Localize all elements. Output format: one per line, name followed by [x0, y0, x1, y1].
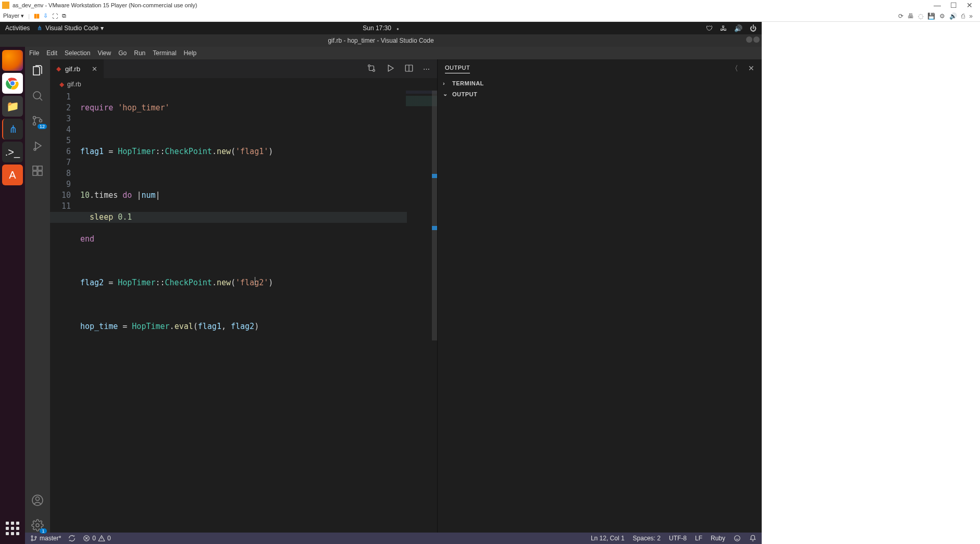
dock-show-applications[interactable]: [2, 518, 23, 539]
vscode-icon: ⋔: [37, 24, 42, 32]
vmware-tray-icon[interactable]: ⟳: [898, 12, 903, 20]
ubuntu-desktop: Activities ⋔ Visual Studio Code ▾ Sun 17…: [0, 22, 762, 544]
vmware-unity-button[interactable]: ⧉: [62, 12, 66, 19]
status-spaces[interactable]: Spaces: 2: [633, 535, 661, 542]
vmware-title: as_dev_env - VMware Workstation 15 Playe…: [13, 2, 197, 8]
panel-section-output[interactable]: ⌄ OUTPUT: [438, 88, 762, 99]
settings-badge: 1: [40, 528, 47, 534]
menu-view[interactable]: View: [97, 49, 111, 57]
split-editor-icon[interactable]: [404, 64, 414, 74]
svg-point-19: [35, 536, 36, 538]
panel-close-icon[interactable]: ✕: [748, 64, 755, 73]
vmware-toolbar: Player ▾ | ▮▮ ⇩ ⛶ ⧉ ⟳ 🖶 ◌ 💾 ⚙ 🔊 ⎙ »: [0, 10, 980, 22]
window-minimize-button[interactable]: —: [934, 1, 941, 9]
menu-file[interactable]: File: [29, 49, 39, 57]
vmware-icon: [2, 2, 9, 9]
status-language[interactable]: Ruby: [711, 535, 725, 542]
dock-firefox[interactable]: [2, 50, 23, 71]
status-sync[interactable]: [68, 535, 76, 542]
shield-icon[interactable]: 🛡: [706, 24, 713, 32]
svg-point-13: [36, 524, 39, 527]
power-icon[interactable]: ⏻: [750, 24, 756, 32]
status-problems[interactable]: 0 0: [83, 535, 110, 542]
scm-badge: 12: [38, 124, 47, 129]
overview-ruler[interactable]: [432, 91, 437, 533]
vscode-window-title: gif.rb - hop_timer - Visual Studio Code: [328, 37, 433, 44]
vmware-tray-icon[interactable]: 🔊: [949, 12, 957, 20]
menu-help[interactable]: Help: [184, 49, 197, 57]
menu-selection[interactable]: Selection: [65, 49, 90, 57]
svg-point-3: [33, 117, 36, 119]
vmware-tray-icon[interactable]: ⎙: [961, 12, 965, 20]
dock-chrome[interactable]: [2, 73, 23, 94]
activity-source-control[interactable]: 12: [30, 113, 45, 128]
panel-section-terminal[interactable]: › TERMINAL: [438, 78, 762, 88]
more-actions-icon[interactable]: ⋯: [423, 65, 430, 73]
topbar-clock[interactable]: Sun 17:30: [363, 24, 399, 32]
status-encoding[interactable]: UTF-8: [669, 535, 687, 542]
warning-count: 0: [107, 535, 111, 542]
vscode-window-minimize-icon[interactable]: [746, 36, 752, 43]
status-ln-col[interactable]: Ln 12, Col 1: [591, 535, 625, 542]
dock-terminal[interactable]: .>_: [2, 142, 23, 162]
code-editor[interactable]: 123456789101112 require 'hop_timer' flag…: [50, 91, 437, 533]
svg-rect-8: [38, 166, 42, 170]
vscode-window-maximize-icon[interactable]: [753, 36, 760, 43]
sync-icon: [68, 535, 76, 542]
vmware-tray-icon[interactable]: »: [969, 12, 973, 20]
vscode-window: File Edit Selection View Go Run Terminal…: [25, 47, 762, 544]
menu-go[interactable]: Go: [118, 49, 127, 57]
vmware-player-menu[interactable]: Player ▾: [3, 12, 24, 19]
status-feedback-icon[interactable]: [734, 535, 741, 542]
activity-settings[interactable]: 1: [30, 518, 45, 533]
breadcrumb[interactable]: ◆ gif.rb: [50, 78, 437, 91]
text-cursor: [255, 277, 255, 285]
vmware-pause-button[interactable]: ▮▮: [34, 12, 39, 19]
vmware-tray-icon[interactable]: ◌: [918, 12, 923, 20]
svg-point-14: [368, 65, 370, 67]
activity-search[interactable]: [30, 88, 45, 103]
ruby-icon: ◆: [59, 81, 64, 88]
window-maximize-button[interactable]: ☐: [950, 1, 957, 9]
status-bar: master* 0 0 Ln 12, Col 1 Spaces: 2: [25, 533, 762, 544]
activities-button[interactable]: Activities: [5, 24, 30, 32]
activity-explorer[interactable]: [30, 64, 45, 78]
menu-terminal[interactable]: Terminal: [153, 49, 176, 57]
activity-run-debug[interactable]: [30, 138, 45, 153]
dock-files[interactable]: 📁: [2, 96, 23, 117]
code-lines[interactable]: require 'hop_timer' flag1 = HopTimer::Ch…: [80, 91, 437, 533]
status-bell-icon[interactable]: [749, 535, 756, 542]
menu-run[interactable]: Run: [134, 49, 145, 57]
svg-point-17: [31, 536, 33, 537]
compare-changes-icon[interactable]: [367, 64, 376, 74]
overview-mark: [432, 226, 437, 230]
window-close-button[interactable]: ✕: [966, 1, 973, 9]
volume-icon[interactable]: 🔊: [734, 24, 742, 32]
activity-extensions[interactable]: [30, 163, 45, 178]
topbar-app-indicator[interactable]: ⋔ Visual Studio Code ▾: [37, 24, 103, 32]
run-icon[interactable]: [386, 64, 395, 74]
dock-software[interactable]: A: [2, 165, 23, 185]
tab-label: gif.rb: [65, 65, 80, 73]
vscode-menubar: File Edit Selection View Go Run Terminal…: [25, 47, 762, 59]
status-eol[interactable]: LF: [695, 535, 702, 542]
panel-tab-output[interactable]: OUTPUT: [445, 65, 470, 73]
tab-close-icon[interactable]: ✕: [92, 65, 97, 73]
svg-point-21: [735, 536, 740, 541]
svg-point-4: [33, 123, 36, 125]
activity-accounts[interactable]: [30, 493, 45, 508]
vmware-tray-icon[interactable]: ⚙: [939, 12, 945, 20]
svg-point-15: [373, 69, 375, 71]
vmware-tray-icon[interactable]: 💾: [927, 12, 935, 20]
status-branch[interactable]: master*: [30, 535, 61, 542]
editor-tab-gif-rb[interactable]: ◆ gif.rb ✕: [50, 59, 104, 78]
vmware-fullscreen-button[interactable]: ⛶: [52, 13, 58, 19]
dock-vscode[interactable]: ⋔: [2, 119, 23, 140]
network-icon[interactable]: 🖧: [720, 24, 727, 32]
vmware-tray-icon[interactable]: 🖶: [908, 12, 914, 20]
vmware-send-key-button[interactable]: ⇩: [43, 12, 48, 19]
menu-edit[interactable]: Edit: [46, 49, 57, 57]
scrollbar-thumb[interactable]: [432, 91, 437, 340]
svg-point-18: [31, 539, 33, 541]
panel-prev-icon[interactable]: 〈: [731, 64, 739, 73]
